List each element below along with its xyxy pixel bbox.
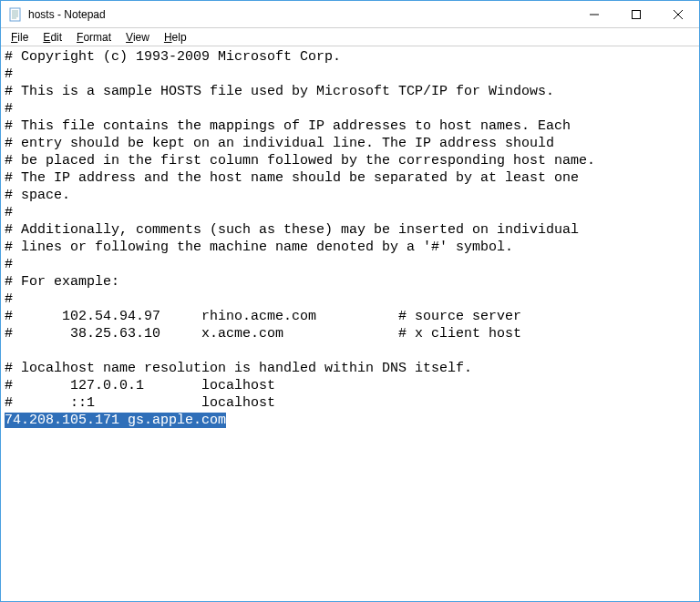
menu-file-rest: ile <box>17 31 28 44</box>
maximize-button[interactable] <box>615 1 657 27</box>
window-title: hosts - Notepad <box>28 8 106 21</box>
menu-view-rest: iew <box>133 31 149 44</box>
close-button[interactable] <box>657 1 699 27</box>
menu-format-rest: ormat <box>83 31 111 44</box>
notepad-window: hosts - Notepad File Edit Format View He… <box>0 0 700 602</box>
menubar: File Edit Format View Help <box>1 28 699 46</box>
menu-file[interactable]: File <box>5 30 35 45</box>
menu-view[interactable]: View <box>119 30 156 45</box>
window-controls <box>573 1 699 27</box>
selected-text[interactable]: 74.208.105.171 gs.apple.com <box>5 413 226 428</box>
menu-edit-rest: dit <box>50 31 62 44</box>
minimize-button[interactable] <box>573 1 615 27</box>
svg-rect-7 <box>633 10 641 18</box>
menu-help-rest: elp <box>172 31 187 44</box>
menu-edit[interactable]: Edit <box>36 30 68 45</box>
titlebar[interactable]: hosts - Notepad <box>1 1 699 28</box>
menu-format[interactable]: Format <box>70 30 118 45</box>
notepad-app-icon <box>8 7 23 22</box>
menu-help[interactable]: Help <box>158 30 193 45</box>
text-editor[interactable]: # Copyright (c) 1993-2009 Microsoft Corp… <box>1 46 699 601</box>
